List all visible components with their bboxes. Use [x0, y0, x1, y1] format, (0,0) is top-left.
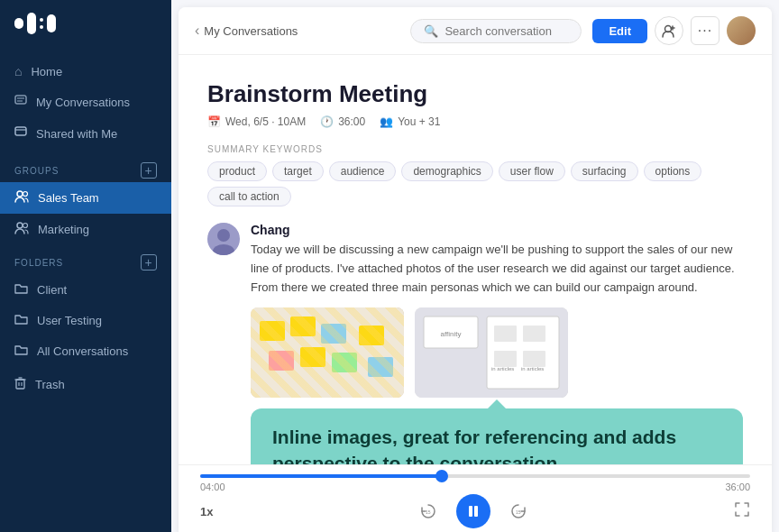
sidebar-shared-label: Shared with Me [36, 127, 117, 141]
sidebar-item-shared-with-me[interactable]: Shared with Me [0, 118, 171, 150]
sidebar-item-trash[interactable]: Trash [0, 368, 171, 400]
search-box[interactable]: 🔍 [410, 19, 582, 43]
keyword-options[interactable]: options [644, 161, 702, 181]
people-icon [14, 190, 29, 206]
playback-center-controls: 15 15 [415, 494, 532, 528]
meeting-participants: 👥 You + 31 [380, 115, 440, 128]
svg-text:15: 15 [516, 509, 521, 515]
keyword-product[interactable]: product [207, 161, 267, 181]
progress-labels: 04:00 36:00 [200, 482, 750, 492]
tooltip-callout: Inline images, great for referencing and… [251, 408, 743, 464]
content-area: Brainstorm Meeting 📅 Wed, 6/5 · 10AM 🕐 3… [179, 55, 772, 464]
keyword-target[interactable]: target [272, 161, 324, 181]
message-images: affinity in articles in articles [251, 307, 743, 398]
message-item: Chang Today we will be discussing a new … [207, 223, 743, 464]
progress-fill [200, 474, 442, 478]
trash-icon [14, 376, 26, 392]
marketing-label: Marketing [38, 223, 89, 236]
back-arrow-icon: ‹ [195, 23, 199, 39]
speed-button[interactable]: 1x [200, 505, 213, 518]
add-group-button[interactable]: + [141, 162, 157, 179]
svg-point-12 [17, 223, 23, 228]
svg-text:affinity: affinity [441, 330, 462, 338]
meeting-meta: 📅 Wed, 6/5 · 10AM 🕐 36:00 👥 You + 31 [207, 115, 743, 128]
home-icon: ⌂ [14, 64, 22, 78]
svg-point-10 [17, 191, 23, 197]
sidebar-item-all-conversations[interactable]: All Conversations [0, 335, 171, 366]
clock-icon: 🕐 [320, 115, 334, 128]
svg-rect-30 [300, 347, 325, 367]
svg-rect-27 [290, 316, 316, 336]
folder-icon-user-testing [14, 313, 28, 327]
svg-rect-33 [368, 357, 393, 377]
progress-bar[interactable] [200, 474, 750, 478]
svg-rect-29 [269, 351, 294, 371]
svg-point-23 [217, 229, 230, 242]
svg-text:in articles: in articles [491, 366, 514, 371]
svg-rect-46 [474, 506, 478, 517]
more-options-button[interactable]: ··· [691, 16, 719, 45]
folder-icon-all [14, 344, 28, 358]
svg-rect-2 [40, 18, 43, 22]
svg-rect-38 [494, 326, 517, 342]
svg-rect-8 [15, 127, 26, 135]
message-avatar [207, 223, 240, 255]
search-input[interactable] [444, 24, 568, 38]
sidebar-item-marketing[interactable]: Marketing [0, 214, 171, 245]
groups-section-label: GROUPS + [0, 153, 171, 182]
forward-button[interactable]: 15 [505, 498, 532, 525]
logo [0, 0, 171, 52]
keyword-demographics[interactable]: demographics [401, 161, 492, 181]
client-label: Client [37, 283, 67, 297]
sidebar-item-home[interactable]: ⌂ Home [0, 56, 171, 87]
keywords-section: SUMMARY KEYWORDS product target audience… [207, 144, 743, 206]
edit-button[interactable]: Edit [592, 19, 647, 43]
svg-rect-4 [47, 14, 56, 32]
keyword-call-to-action[interactable]: call to action [207, 187, 291, 206]
svg-rect-45 [469, 506, 472, 517]
svg-rect-3 [40, 25, 43, 29]
message-text: Today we will be discussing a new campai… [251, 241, 743, 297]
back-button[interactable]: ‹ My Conversations [195, 23, 298, 39]
svg-rect-28 [321, 324, 346, 344]
conversations-icon [14, 95, 27, 110]
meeting-duration: 🕐 36:00 [320, 115, 365, 128]
progress-thumb[interactable] [435, 470, 448, 482]
sidebar-item-my-conversations[interactable]: My Conversations [0, 87, 171, 118]
shared-icon [14, 126, 27, 142]
svg-rect-39 [523, 326, 545, 342]
svg-rect-1 [27, 13, 36, 34]
meeting-title: Brainstorm Meeting [207, 80, 743, 108]
message-author: Chang [251, 223, 743, 237]
user-testing-label: User Testing [37, 314, 102, 327]
svg-rect-5 [15, 96, 26, 104]
add-user-button[interactable] [655, 16, 683, 45]
sales-team-label: Sales Team [38, 191, 99, 205]
svg-rect-26 [260, 321, 285, 341]
topbar: ‹ My Conversations 🔍 Edit ··· [179, 7, 772, 55]
sidebar-item-user-testing[interactable]: User Testing [0, 305, 171, 335]
app-logo [14, 13, 58, 40]
main-panel: ‹ My Conversations 🔍 Edit ··· Brainstorm… [179, 7, 772, 532]
svg-rect-32 [359, 326, 384, 345]
svg-rect-31 [332, 353, 357, 372]
sidebar-my-conversations-label: My Conversations [36, 96, 130, 109]
add-folder-button[interactable]: + [141, 254, 157, 271]
keyword-audience[interactable]: audience [329, 161, 397, 181]
all-conversations-label: All Conversations [37, 344, 128, 358]
folder-icon-client [14, 282, 28, 297]
pause-button[interactable] [456, 494, 490, 528]
avatar[interactable] [727, 16, 756, 45]
sidebar-item-sales-team[interactable]: Sales Team [0, 182, 171, 214]
total-time: 36:00 [725, 482, 750, 492]
topbar-actions: Edit ··· [592, 16, 756, 45]
keyword-surfacing[interactable]: surfacing [571, 161, 638, 181]
sidebar-item-client[interactable]: Client [0, 274, 171, 305]
tooltip-arrow [488, 399, 506, 408]
trash-label: Trash [35, 378, 65, 391]
keyword-user-flow[interactable]: user flow [499, 161, 565, 181]
svg-point-11 [23, 192, 28, 197]
expand-button[interactable] [734, 501, 750, 521]
search-icon: 🔍 [424, 24, 438, 38]
rewind-button[interactable]: 15 [415, 498, 442, 525]
